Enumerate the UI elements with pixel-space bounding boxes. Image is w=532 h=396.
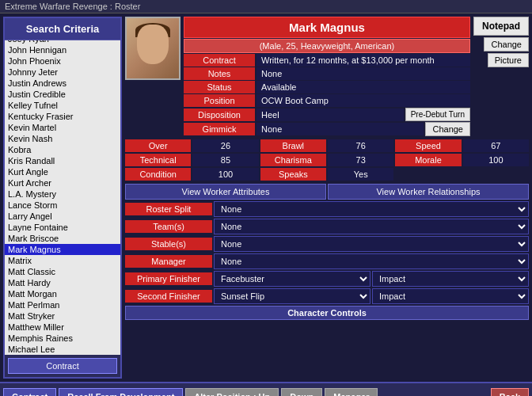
teams-select[interactable]: None <box>214 219 529 234</box>
right-buttons: Notepad Change Picture <box>473 17 529 67</box>
lower-section: Roster Split None Team(s) None Stable(s)… <box>125 201 529 320</box>
over-label: Over <box>125 139 191 152</box>
manager-bottom-button[interactable]: Manager <box>325 388 378 397</box>
condition-value: 100 <box>192 168 258 181</box>
contract-bottom-button[interactable]: Contract <box>3 388 56 397</box>
speed-label: Speed <box>395 139 461 152</box>
sidebar-item[interactable]: Matt Classic <box>5 266 120 277</box>
teams-label: Team(s) <box>125 220 212 233</box>
back-button[interactable]: Back <box>491 388 529 397</box>
manager-select[interactable]: None <box>214 253 529 269</box>
sidebar-item[interactable]: L.A. Mystery <box>5 188 120 200</box>
gimmick-value: None <box>256 123 424 135</box>
title-text: Extreme Warfare Revenge : Roster <box>5 2 140 11</box>
over-value: 26 <box>192 139 258 152</box>
status-label: Status <box>184 81 255 93</box>
worker-portrait <box>125 17 180 80</box>
sidebar-item[interactable]: Matt Perlman <box>5 299 120 310</box>
attribute-buttons: View Worker Attributes View Worker Relat… <box>125 184 529 200</box>
sidebar-item[interactable]: Mark Magnus <box>5 244 120 255</box>
title-bar: Extreme Warfare Revenge : Roster <box>0 0 532 13</box>
sidebar-item[interactable]: Justin Credible <box>5 89 120 100</box>
gimmick-label: Gimmick <box>184 123 255 135</box>
position-label: Position <box>184 94 255 107</box>
worker-name: Mark Magnus <box>184 17 470 38</box>
sidebar-list[interactable]: Jeff RossJeremy LopezJerry LynnJim Sylva… <box>5 40 120 355</box>
second-finisher-label: Second Finisher <box>125 290 212 303</box>
charisma-value: 73 <box>328 154 393 166</box>
sidebar-item[interactable]: Kevin Martel <box>5 122 120 133</box>
sidebar-item[interactable]: John Hennigan <box>5 44 120 55</box>
status-value: Available <box>256 81 470 93</box>
disposition-label: Disposition <box>184 109 255 121</box>
sidebar-item[interactable]: Johnny Jeter <box>5 67 120 78</box>
sidebar-item[interactable]: Mark Briscoe <box>5 233 120 244</box>
second-finisher-type-select[interactable]: Impact <box>372 288 529 304</box>
view-attributes-button[interactable]: View Worker Attributes <box>125 184 326 200</box>
sidebar-item[interactable]: Matt Stryker <box>5 310 120 322</box>
brawl-label: Brawl <box>260 139 326 152</box>
roster-split-select[interactable]: None <box>214 201 529 217</box>
primary-finisher-select[interactable]: Facebuster <box>214 271 370 287</box>
sidebar-bottom: Contract <box>5 355 120 377</box>
primary-finisher-type-select[interactable]: Impact <box>372 271 529 287</box>
sidebar-item[interactable]: Kurt Angle <box>5 166 120 177</box>
sidebar-item[interactable]: Kelley Tufnel <box>5 100 120 111</box>
sidebar-item[interactable]: Kobra <box>5 144 120 155</box>
morale-value: 100 <box>463 154 529 166</box>
sidebar-item[interactable]: Kris Randall <box>5 155 120 166</box>
technical-label: Technical <box>125 154 191 166</box>
contract-value: Written, for 12 months, at $13,000 per m… <box>256 54 470 67</box>
sidebar-item[interactable]: John Phoenix <box>5 55 120 67</box>
sidebar-item[interactable]: Matrix <box>5 255 120 266</box>
alter-position-down-button[interactable]: Down <box>281 388 322 397</box>
notepad-button[interactable]: Notepad <box>473 17 529 36</box>
sidebar-item[interactable]: Lance Storm <box>5 200 120 211</box>
notes-label: Notes <box>184 67 255 80</box>
view-relationships-button[interactable]: View Worker Relationships <box>328 184 529 200</box>
worker-description: (Male, 25, Heavyweight, American) <box>184 39 470 53</box>
morale-label: Morale <box>395 154 461 166</box>
speaks-label: Speaks <box>260 168 326 181</box>
second-finisher-select[interactable]: Sunset Flip <box>214 288 370 304</box>
bottom-bar: Contract Recall From Development Alter P… <box>0 382 532 396</box>
alter-position-up-button[interactable]: Alter Position : Up <box>185 388 279 397</box>
stats-grid: Over 26 Brawl 76 Speed 67 Technical 85 C… <box>125 139 529 181</box>
charisma-label: Charisma <box>260 154 326 166</box>
sidebar-item[interactable]: Justin Andrews <box>5 78 120 89</box>
sidebar-item[interactable]: Kevin Nash <box>5 133 120 144</box>
technical-value: 85 <box>192 154 258 166</box>
sidebar-item[interactable]: Kurt Archer <box>5 177 120 188</box>
notes-value: None <box>256 67 470 80</box>
recall-from-development-button[interactable]: Recall From Development <box>59 388 183 397</box>
roster-split-label: Roster Split <box>125 203 212 215</box>
sidebar-item[interactable]: Layne Fontaine <box>5 222 120 233</box>
sidebar: Search Criteria Jeff RossJeremy LopezJer… <box>3 17 122 379</box>
contract-label: Contract <box>184 54 255 67</box>
gimmick-change-button[interactable]: Change <box>425 122 470 136</box>
sidebar-item[interactable]: Matt Hardy <box>5 277 120 288</box>
sidebar-title: Search Criteria <box>5 18 120 40</box>
sidebar-item[interactable]: Michael Lee <box>5 344 120 355</box>
pre-debut-button[interactable]: Pre-Debut Turn <box>405 108 470 121</box>
char-controls-bar: Character Controls <box>125 306 529 320</box>
sidebar-item[interactable]: Matt Morgan <box>5 288 120 299</box>
contract-button[interactable]: Contract <box>8 358 117 374</box>
picture-button[interactable]: Picture <box>488 53 529 67</box>
position-value: OCW Boot Camp <box>256 94 470 107</box>
stable-select[interactable]: None <box>214 236 529 252</box>
sidebar-item[interactable]: Larry Angel <box>5 211 120 222</box>
condition-label: Condition <box>125 168 191 181</box>
sidebar-item[interactable]: Kentucky Frasier <box>5 111 120 122</box>
sidebar-item[interactable]: Matthew Miller <box>5 322 120 333</box>
speaks-value: Yes <box>328 168 393 181</box>
brawl-value: 76 <box>328 139 393 152</box>
manager-label: Manager <box>125 255 212 268</box>
primary-finisher-label: Primary Finisher <box>125 272 212 285</box>
stable-label: Stable(s) <box>125 238 212 250</box>
worker-info: Mark Magnus (Male, 25, Heavyweight, Amer… <box>184 17 470 136</box>
change-button[interactable]: Change <box>484 37 529 51</box>
sidebar-item[interactable]: Memphis Raines <box>5 333 120 344</box>
disposition-value: Heel <box>256 109 404 121</box>
speed-value: 67 <box>463 139 529 152</box>
